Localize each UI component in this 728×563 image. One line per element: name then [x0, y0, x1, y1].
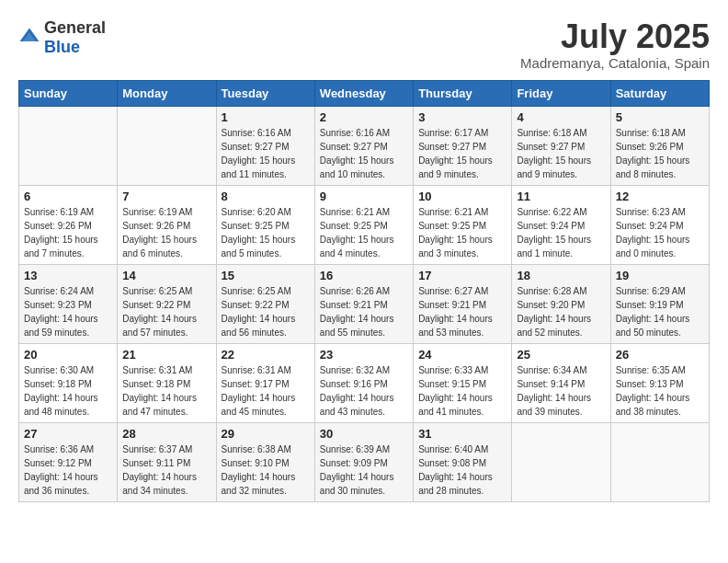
day-number: 31: [418, 427, 506, 441]
day-info: Sunrise: 6:31 AMSunset: 9:18 PMDaylight:…: [122, 363, 210, 419]
day-info: Sunrise: 6:29 AMSunset: 9:19 PMDaylight:…: [616, 284, 704, 339]
day-info: Sunrise: 6:39 AMSunset: 9:09 PMDaylight:…: [320, 442, 408, 498]
title-block: July 2025 Madremanya, Catalonia, Spain: [520, 18, 710, 71]
logo-general: General: [44, 18, 106, 37]
day-info: Sunrise: 6:34 AMSunset: 9:14 PMDaylight:…: [517, 363, 605, 419]
logo-icon: [18, 27, 40, 49]
day-number: 4: [517, 110, 605, 124]
calendar-cell: 25Sunrise: 6:34 AMSunset: 9:14 PMDayligh…: [512, 343, 610, 422]
day-number: 18: [517, 269, 605, 282]
weekday-header: Sunday: [19, 80, 118, 106]
calendar-cell: 27Sunrise: 6:36 AMSunset: 9:12 PMDayligh…: [19, 422, 118, 501]
day-number: 8: [222, 190, 310, 203]
calendar-body: 1Sunrise: 6:16 AMSunset: 9:27 PMDaylight…: [19, 106, 710, 501]
calendar-cell: 20Sunrise: 6:30 AMSunset: 9:18 PMDayligh…: [19, 343, 118, 422]
day-number: 30: [320, 427, 408, 441]
day-number: 19: [616, 269, 704, 282]
page-header: General Blue July 2025 Madremanya, Catal…: [18, 18, 710, 71]
calendar-cell: 16Sunrise: 6:26 AMSunset: 9:21 PMDayligh…: [314, 264, 413, 343]
calendar-week-row: 6Sunrise: 6:19 AMSunset: 9:26 PMDaylight…: [19, 185, 710, 264]
day-info: Sunrise: 6:18 AMSunset: 9:26 PMDaylight:…: [616, 126, 704, 181]
calendar-cell: 31Sunrise: 6:40 AMSunset: 9:08 PMDayligh…: [414, 422, 512, 501]
logo: General Blue: [18, 18, 106, 57]
day-number: 11: [517, 190, 605, 203]
month-title: July 2025: [520, 18, 710, 55]
day-number: 22: [222, 348, 310, 362]
calendar-cell: 11Sunrise: 6:22 AMSunset: 9:24 PMDayligh…: [512, 185, 610, 264]
day-number: 23: [320, 348, 408, 362]
day-info: Sunrise: 6:37 AMSunset: 9:11 PMDaylight:…: [122, 442, 210, 498]
calendar-cell: 18Sunrise: 6:28 AMSunset: 9:20 PMDayligh…: [512, 264, 610, 343]
weekday-header: Thursday: [414, 80, 512, 106]
calendar-cell: 2Sunrise: 6:16 AMSunset: 9:27 PMDaylight…: [314, 106, 413, 185]
calendar-cell: 28Sunrise: 6:37 AMSunset: 9:11 PMDayligh…: [118, 422, 216, 501]
calendar-week-row: 20Sunrise: 6:30 AMSunset: 9:18 PMDayligh…: [19, 343, 710, 422]
day-info: Sunrise: 6:18 AMSunset: 9:27 PMDaylight:…: [517, 126, 605, 181]
day-info: Sunrise: 6:19 AMSunset: 9:26 PMDaylight:…: [24, 205, 112, 260]
weekday-header: Tuesday: [216, 80, 314, 106]
day-info: Sunrise: 6:17 AMSunset: 9:27 PMDaylight:…: [418, 126, 506, 181]
day-number: 27: [24, 427, 112, 441]
day-number: 12: [616, 190, 704, 203]
day-number: 5: [616, 110, 704, 124]
day-info: Sunrise: 6:33 AMSunset: 9:15 PMDaylight:…: [418, 363, 506, 419]
calendar-cell: 8Sunrise: 6:20 AMSunset: 9:25 PMDaylight…: [216, 185, 314, 264]
calendar-cell: 9Sunrise: 6:21 AMSunset: 9:25 PMDaylight…: [314, 185, 413, 264]
calendar-cell: 29Sunrise: 6:38 AMSunset: 9:10 PMDayligh…: [216, 422, 314, 501]
weekday-row: SundayMondayTuesdayWednesdayThursdayFrid…: [19, 80, 710, 106]
calendar-cell: 10Sunrise: 6:21 AMSunset: 9:25 PMDayligh…: [414, 185, 512, 264]
day-info: Sunrise: 6:28 AMSunset: 9:20 PMDaylight:…: [517, 284, 605, 339]
calendar-cell: 23Sunrise: 6:32 AMSunset: 9:16 PMDayligh…: [314, 343, 413, 422]
day-number: 16: [320, 269, 408, 282]
day-info: Sunrise: 6:27 AMSunset: 9:21 PMDaylight:…: [418, 284, 506, 339]
calendar-cell: [118, 106, 216, 185]
day-number: 21: [122, 348, 210, 362]
weekday-header: Wednesday: [314, 80, 413, 106]
day-info: Sunrise: 6:22 AMSunset: 9:24 PMDaylight:…: [517, 205, 605, 260]
calendar-cell: [19, 106, 118, 185]
calendar-cell: 6Sunrise: 6:19 AMSunset: 9:26 PMDaylight…: [19, 185, 118, 264]
day-info: Sunrise: 6:19 AMSunset: 9:26 PMDaylight:…: [122, 205, 210, 260]
calendar-cell: 24Sunrise: 6:33 AMSunset: 9:15 PMDayligh…: [414, 343, 512, 422]
location-title: Madremanya, Catalonia, Spain: [520, 55, 710, 71]
day-number: 13: [24, 269, 112, 282]
day-info: Sunrise: 6:21 AMSunset: 9:25 PMDaylight:…: [320, 205, 408, 260]
day-number: 10: [418, 190, 506, 203]
day-info: Sunrise: 6:35 AMSunset: 9:13 PMDaylight:…: [616, 363, 704, 419]
logo-text: General Blue: [44, 18, 106, 57]
day-info: Sunrise: 6:38 AMSunset: 9:10 PMDaylight:…: [222, 442, 310, 498]
logo-blue: Blue: [44, 38, 80, 56]
day-info: Sunrise: 6:16 AMSunset: 9:27 PMDaylight:…: [222, 126, 310, 181]
calendar-cell: 14Sunrise: 6:25 AMSunset: 9:22 PMDayligh…: [118, 264, 216, 343]
calendar-cell: 4Sunrise: 6:18 AMSunset: 9:27 PMDaylight…: [512, 106, 610, 185]
day-number: 7: [122, 190, 210, 203]
day-info: Sunrise: 6:40 AMSunset: 9:08 PMDaylight:…: [418, 442, 506, 498]
weekday-header: Friday: [512, 80, 610, 106]
day-info: Sunrise: 6:31 AMSunset: 9:17 PMDaylight:…: [222, 363, 310, 419]
day-info: Sunrise: 6:30 AMSunset: 9:18 PMDaylight:…: [24, 363, 112, 419]
day-number: 6: [24, 190, 112, 203]
day-number: 9: [320, 190, 408, 203]
calendar-cell: 19Sunrise: 6:29 AMSunset: 9:19 PMDayligh…: [610, 264, 709, 343]
day-info: Sunrise: 6:20 AMSunset: 9:25 PMDaylight:…: [222, 205, 310, 260]
calendar-cell: 12Sunrise: 6:23 AMSunset: 9:24 PMDayligh…: [610, 185, 709, 264]
calendar-cell: [512, 422, 610, 501]
day-info: Sunrise: 6:25 AMSunset: 9:22 PMDaylight:…: [122, 284, 210, 339]
calendar-cell: 22Sunrise: 6:31 AMSunset: 9:17 PMDayligh…: [216, 343, 314, 422]
day-number: 17: [418, 269, 506, 282]
day-number: 1: [222, 110, 310, 124]
calendar-header: SundayMondayTuesdayWednesdayThursdayFrid…: [19, 80, 710, 106]
day-number: 2: [320, 110, 408, 124]
calendar-week-row: 1Sunrise: 6:16 AMSunset: 9:27 PMDaylight…: [19, 106, 710, 185]
calendar-table: SundayMondayTuesdayWednesdayThursdayFrid…: [18, 80, 710, 502]
weekday-header: Saturday: [610, 80, 709, 106]
day-info: Sunrise: 6:26 AMSunset: 9:21 PMDaylight:…: [320, 284, 408, 339]
day-number: 3: [418, 110, 506, 124]
day-info: Sunrise: 6:32 AMSunset: 9:16 PMDaylight:…: [320, 363, 408, 419]
calendar-week-row: 27Sunrise: 6:36 AMSunset: 9:12 PMDayligh…: [19, 422, 710, 501]
calendar-cell: 7Sunrise: 6:19 AMSunset: 9:26 PMDaylight…: [118, 185, 216, 264]
day-info: Sunrise: 6:25 AMSunset: 9:22 PMDaylight:…: [222, 284, 310, 339]
calendar-cell: [610, 422, 709, 501]
weekday-header: Monday: [118, 80, 216, 106]
day-info: Sunrise: 6:24 AMSunset: 9:23 PMDaylight:…: [24, 284, 112, 339]
